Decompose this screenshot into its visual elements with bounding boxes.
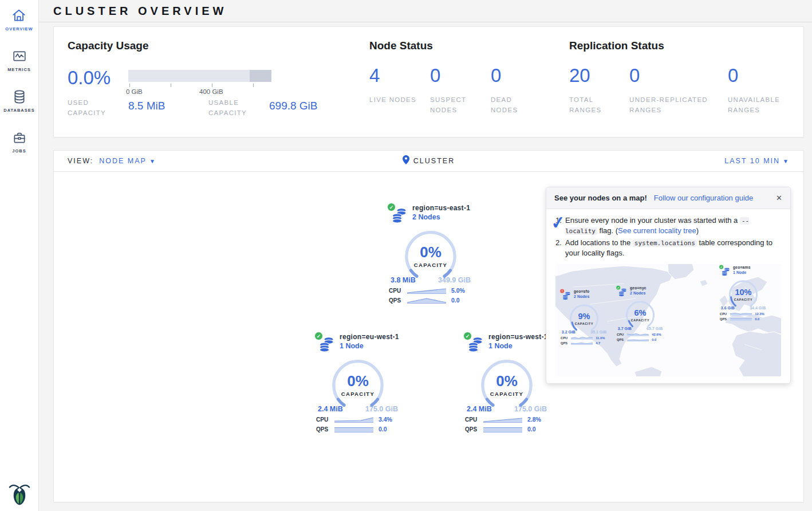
sidebar-item-label: OVERVIEW <box>5 26 33 32</box>
unavailable-ranges-stat: 0 UNAVAILABLE RANGES <box>728 66 790 116</box>
setup-step-1: 1. Ensure every node in your cluster was… <box>555 215 781 237</box>
healthy-check-icon: ✓ <box>387 203 396 211</box>
capacity-bar: 0 GiB 400 GiB <box>128 70 271 87</box>
node-map-card: VIEW: NODE MAP▼ CLUSTER <box>53 150 804 502</box>
locality-name: geo=ams <box>733 265 751 270</box>
locality-node-count[interactable]: 2 Nodes <box>412 213 470 221</box>
locality-tree-link[interactable]: See current locality tree <box>618 226 696 235</box>
capacity-gauge: 9% CAPACITY <box>569 303 600 331</box>
qps-label: QPS <box>316 426 334 433</box>
sidebar: OVERVIEW METRICS DATABASES <box>0 0 39 511</box>
locality-name: geo=sfo <box>574 289 589 294</box>
breadcrumb[interactable]: CLUSTER <box>403 155 455 167</box>
locality-node-count[interactable]: 1 Node <box>340 342 399 350</box>
demo-locality-ams: ✓ <box>719 265 767 321</box>
cpu-value: 5.0% <box>451 287 465 294</box>
total-ranges-stat: 20 TOTAL RANGES <box>569 66 629 116</box>
breadcrumb-label: CLUSTER <box>413 157 455 165</box>
qps-value: 0.0 <box>527 426 536 433</box>
page-title: CLUSTER OVERVIEW <box>53 5 798 18</box>
sidebar-item-metrics[interactable]: METRICS <box>7 49 31 72</box>
warning-icon: ! <box>559 289 564 293</box>
view-mode-dropdown[interactable]: NODE MAP▼ <box>99 157 156 165</box>
qps-sparkline <box>334 426 373 433</box>
time-range-dropdown[interactable]: LAST 10 MIN▼ <box>724 157 790 165</box>
sidebar-item-label: METRICS <box>7 67 31 72</box>
locality-card-us-west-1[interactable]: ✓ region=us-west-1 1 Nod <box>464 333 550 433</box>
capacity-label: CAPACITY <box>403 262 458 268</box>
capacity-gauge: 0% CAPACITY <box>403 229 458 278</box>
capacity-percent: 0% <box>403 243 458 261</box>
main-area: CLUSTER OVERVIEW Capacity Usage 0.0% <box>39 0 812 511</box>
qps-value: 0.0 <box>379 426 387 433</box>
locality-name: geo=nyc <box>630 286 647 290</box>
capacity-usage-section: Capacity Usage 0.0% 0 GiB 400 GiB <box>68 40 369 124</box>
page-header: CLUSTER OVERVIEW <box>39 0 812 22</box>
demo-locality-nyc: ✓ <box>616 286 664 341</box>
locality-name: region=us-west-1 <box>488 333 548 341</box>
capacity-gauge: 10% CAPACITY <box>728 279 759 306</box>
node-map-setup-popup: See your nodes on a map! Follow our conf… <box>546 187 791 384</box>
database-icon <box>12 89 27 104</box>
capacity-gauge: 0% CAPACITY <box>330 358 385 407</box>
locality-card-eu-west-1[interactable]: ✓ region=eu-west-1 1 Nod <box>315 333 401 433</box>
view-bar: VIEW: NODE MAP▼ CLUSTER <box>54 151 803 172</box>
metrics-icon <box>12 49 27 64</box>
node-map-canvas: ✓ region=us-east-1 2 Nod <box>54 172 803 502</box>
capacity-label: CAPACITY <box>330 391 385 397</box>
cpu-label: CPU <box>465 416 483 423</box>
healthy-check-icon: ✓ <box>314 332 323 340</box>
locality-node-count: 2 Nodes <box>630 291 647 296</box>
locality-node-count[interactable]: 1 Node <box>488 342 548 350</box>
under-replicated-ranges-stat: 0 UNDER-REPLICATED RANGES <box>629 66 728 116</box>
sidebar-item-jobs[interactable]: JOBS <box>12 130 27 154</box>
live-nodes-stat: 4 LIVE NODES <box>369 66 430 116</box>
used-capacity-value: 8.5 MiB <box>128 100 208 119</box>
step-done-check-icon: ✓ <box>550 212 566 233</box>
sidebar-item-databases[interactable]: DATABASES <box>3 89 35 113</box>
capacity-percent: 0% <box>330 372 385 390</box>
home-icon <box>11 8 26 23</box>
popup-body: ✓ 1. Ensure every node in your cluster w… <box>546 209 790 383</box>
usable-capacity-value: 699.8 GiB <box>269 100 318 119</box>
capacity-axis-tick: 400 GiB <box>199 88 223 95</box>
app-root: OVERVIEW METRICS DATABASES <box>0 0 812 511</box>
cpu-value: 2.8% <box>527 416 541 423</box>
locality-name: region=eu-west-1 <box>340 333 399 341</box>
sidebar-item-label: JOBS <box>12 148 27 154</box>
section-title: Replication Status <box>569 40 790 52</box>
cpu-sparkline <box>407 288 446 294</box>
locality-name: region=us-east-1 <box>412 204 470 212</box>
sidebar-item-overview[interactable]: OVERVIEW <box>5 8 33 32</box>
code-chip: system.locations <box>633 239 697 247</box>
demo-locality-sfo: ! <box>560 289 608 345</box>
node-status-section: Node Status 4 LIVE NODES 0 SUSPECT NODES… <box>369 40 569 124</box>
cpu-value: 3.4% <box>379 416 392 423</box>
locality-card-us-east-1[interactable]: ✓ region=us-east-1 2 Nod <box>388 204 474 304</box>
close-icon[interactable]: ✕ <box>776 194 782 202</box>
suspect-nodes-stat: 0 SUSPECT NODES <box>430 66 491 116</box>
qps-sparkline <box>483 426 522 433</box>
chevron-down-icon: ▼ <box>783 158 790 164</box>
capacity-axis-tick: 0 GiB <box>126 88 143 95</box>
example-node-map-image: ! <box>555 264 781 376</box>
sidebar-item-label: DATABASES <box>3 108 35 113</box>
healthy-check-icon: ✓ <box>463 332 472 340</box>
popup-header: See your nodes on a map! Follow our conf… <box>546 187 790 209</box>
cpu-sparkline <box>334 416 373 423</box>
cpu-label: CPU <box>316 416 334 423</box>
healthy-check-icon: ✓ <box>616 285 620 290</box>
view-label: VIEW: <box>68 157 93 165</box>
qps-label: QPS <box>465 426 483 433</box>
page-content: Capacity Usage 0.0% 0 GiB 400 GiB <box>39 22 812 510</box>
qps-value: 0.0 <box>451 297 460 304</box>
cpu-sparkline <box>483 416 522 423</box>
dead-nodes-stat: 0 DEAD NODES <box>491 66 551 116</box>
setup-step-2: 2. Add locations to the system.locations… <box>555 238 781 259</box>
section-title: Node Status <box>369 40 569 52</box>
capacity-label: CAPACITY <box>479 391 534 397</box>
map-pin-icon <box>403 155 409 167</box>
configuration-guide-link[interactable]: Follow our configuration guide <box>654 194 753 202</box>
cluster-summary-card: Capacity Usage 0.0% 0 GiB 400 GiB <box>53 26 804 137</box>
chevron-down-icon: ▼ <box>149 158 156 164</box>
